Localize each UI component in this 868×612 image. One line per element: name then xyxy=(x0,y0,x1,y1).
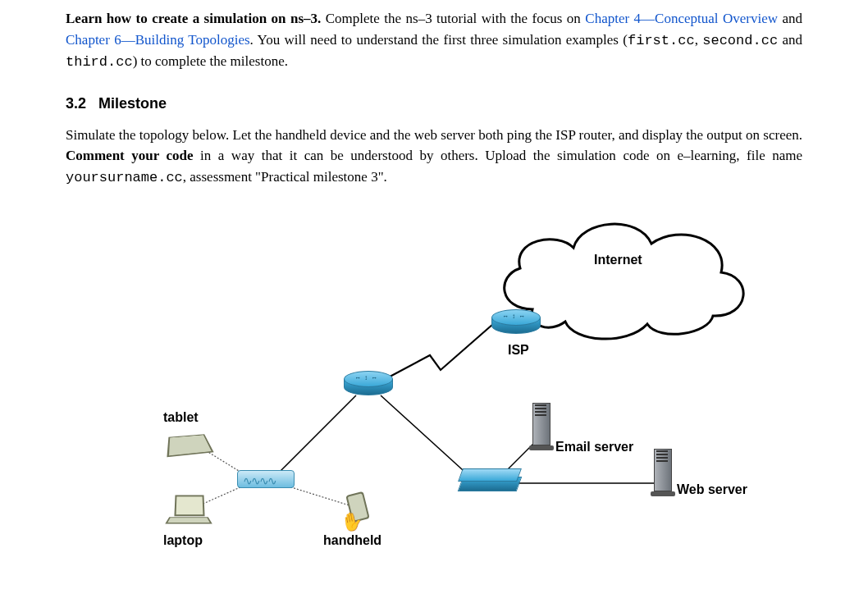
intro-sep-2: and xyxy=(778,32,802,48)
email-server-icon xyxy=(529,400,554,450)
wireless-ap-icon: ∿∿∿∿ xyxy=(237,470,295,488)
link-chapter-6[interactable]: Chapter 6—Building Topologies xyxy=(66,32,250,48)
tablet-label: tablet xyxy=(163,408,199,427)
internet-label: Internet xyxy=(594,250,642,270)
milestone-text-b: in a way that it can be understood by ot… xyxy=(194,148,802,163)
code-third: third.cc xyxy=(66,54,133,70)
milestone-text-a: Simulate the topology below. Let the han… xyxy=(66,127,802,143)
code-filename: yoursurname.cc xyxy=(66,170,183,185)
intro-text-2: and xyxy=(778,11,802,26)
web-server-icon xyxy=(651,445,675,496)
isp-label: ISP xyxy=(508,340,529,360)
code-second: second.cc xyxy=(702,33,778,48)
laptop-icon xyxy=(163,495,214,531)
intro-tail: ) to complete the milestone. xyxy=(133,53,288,69)
code-first: first.cc xyxy=(628,33,695,48)
link-chapter-4[interactable]: Chapter 4—Conceptual Overview xyxy=(585,11,778,26)
web-server-label: Web server xyxy=(677,480,747,500)
intro-text-1: Complete the ns–3 tutorial with the focu… xyxy=(321,11,585,26)
handheld-label: handheld xyxy=(323,531,381,550)
tablet-icon xyxy=(165,426,214,464)
isp-router-icon: ↔ ↕ ↔ xyxy=(491,309,541,340)
topology-diagram: Internet ↔ ↕ ↔ ISP ↔ ↕ ↔ ∿∿∿∿ tablet lap… xyxy=(106,203,762,547)
milestone-paragraph: Simulate the topology below. Let the han… xyxy=(66,125,802,189)
laptop-label: laptop xyxy=(163,531,203,550)
section-number: 3.2 xyxy=(66,95,86,112)
milestone-bold: Comment your code xyxy=(66,148,194,163)
intro-sep-1: , xyxy=(695,32,703,48)
intro-lead: Learn how to create a simulation on ns–3… xyxy=(66,11,321,26)
intro-paragraph: Learn how to create a simulation on ns–3… xyxy=(66,8,802,73)
intro-text-3: . You will need to understand the first … xyxy=(250,32,628,48)
svg-line-1 xyxy=(278,395,356,473)
switch-icon xyxy=(460,468,519,493)
section-title: Milestone xyxy=(98,95,167,112)
section-heading: 3.2 Milestone xyxy=(66,93,802,115)
milestone-text-c: , assessment "Practical milestone 3". xyxy=(183,169,387,185)
svg-line-5 xyxy=(381,395,471,477)
handheld-icon: ✋ xyxy=(337,490,377,532)
local-router-icon: ↔ ↕ ↔ xyxy=(344,371,393,402)
email-server-label: Email server xyxy=(555,437,633,457)
